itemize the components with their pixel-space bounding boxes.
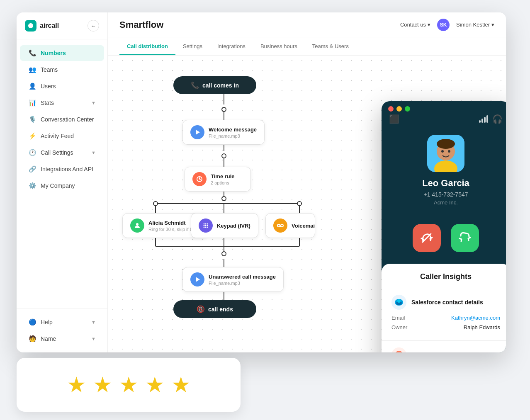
sidebar: aircall ← 📞 Numbers 👥 Teams 👤 Users 📊 St…: [17, 12, 108, 352]
sidebar-item-stats[interactable]: 📊 Stats ▼: [20, 95, 104, 111]
back-button[interactable]: ←: [88, 20, 99, 32]
phone-end-icon: 📵: [197, 305, 205, 313]
node-label: Time rule: [211, 173, 235, 180]
svg-point-27: [204, 227, 205, 228]
star-3[interactable]: ★: [119, 372, 139, 397]
sidebar-item-numbers[interactable]: 📞 Numbers: [20, 45, 104, 61]
sidebar-item-label: Name: [41, 335, 56, 342]
topbar: Smartflow Contact us ▾ SK Simon Kestler …: [108, 12, 506, 37]
expand-icon[interactable]: ⬛: [389, 114, 399, 124]
sidebar-item-label: Users: [41, 83, 56, 90]
caller-company: Acme Inc.: [434, 199, 458, 206]
contact-us-label: Contact us: [400, 22, 426, 28]
phone-icon: 📞: [191, 81, 199, 89]
decline-call-button[interactable]: [413, 224, 441, 252]
star-4[interactable]: ★: [145, 372, 165, 397]
caller-info: Leo Garcia +1 415-732-7547 Acme Inc.: [382, 131, 506, 216]
sidebar-item-users[interactable]: 👤 Users: [20, 78, 104, 94]
connector-dot: [221, 107, 226, 112]
call-settings-icon: 🕐: [28, 149, 36, 156]
svg-point-37: [437, 139, 455, 149]
node-call-comes-in[interactable]: 📞 call comes in: [173, 76, 256, 94]
chevron-down-icon: ▼: [91, 336, 96, 341]
sidebar-item-my-company[interactable]: ⚙️ My Company: [20, 178, 104, 194]
star-2[interactable]: ★: [93, 372, 112, 397]
help-icon: 🔵: [28, 318, 36, 326]
sidebar-logo: aircall ←: [17, 12, 107, 39]
salesforce-icon: [391, 295, 406, 310]
sidebar-item-conversation-center[interactable]: 🎙️ Conversation Center: [20, 112, 104, 127]
node-label: Unanswered call message: [209, 274, 276, 280]
svg-point-22: [205, 223, 207, 225]
signal-icon: [479, 115, 488, 123]
svg-point-23: [207, 223, 208, 225]
traffic-lights: [388, 106, 410, 112]
connector-dot: [221, 196, 226, 201]
caller-phone: +1 415-732-7547: [423, 191, 468, 198]
accept-call-button[interactable]: [451, 224, 479, 252]
star-1[interactable]: ★: [67, 372, 86, 397]
node-label: Voicemail: [292, 223, 315, 229]
teams-icon: 👥: [28, 66, 36, 73]
minimize-button[interactable]: [396, 106, 402, 112]
sidebar-item-label: Activity Feed: [41, 133, 74, 139]
sidebar-item-integrations-api[interactable]: 🔗 Integrations And API: [20, 161, 104, 177]
headset-icon[interactable]: 🎧: [492, 114, 503, 124]
svg-point-25: [205, 225, 207, 226]
node-sublabel: File_name.mp3: [209, 281, 276, 286]
svg-point-26: [207, 225, 208, 226]
sidebar-item-label: Call Settings: [41, 149, 73, 156]
tab-settings[interactable]: Settings: [175, 37, 210, 55]
svg-line-19: [199, 179, 201, 180]
hubspot-label: HubSpot contact details: [411, 352, 478, 352]
sidebar-item-teams[interactable]: 👥 Teams: [20, 62, 104, 78]
sidebar-item-activity-feed[interactable]: ⚡ Activity Feed: [20, 128, 104, 144]
avatar: SK: [437, 19, 450, 31]
user-name-button[interactable]: Simon Kestler ▾: [456, 22, 494, 28]
node-call-ends[interactable]: 📵 call ends: [173, 300, 256, 318]
sidebar-item-name[interactable]: 🧑 Name ▼: [20, 331, 104, 347]
chevron-down-icon: ▼: [91, 150, 96, 155]
tabs: Call distribution Settings Integrations …: [108, 37, 506, 56]
email-value[interactable]: Kathryn@acme.com: [451, 315, 500, 321]
sidebar-item-label: Stats: [41, 100, 54, 106]
hubspot-icon: [391, 347, 406, 352]
contact-us-button[interactable]: Contact us ▾: [400, 22, 430, 28]
keypad-icon: [199, 218, 213, 233]
tab-business-hours[interactable]: Business hours: [253, 37, 305, 55]
node-time-rule[interactable]: Time rule 2 options: [185, 167, 251, 192]
conversation-icon: 🎙️: [28, 116, 36, 123]
phone-popup: ⬛ 🎧: [382, 101, 506, 352]
email-label: Email: [391, 315, 405, 321]
owner-row: Owner Ralph Edwards: [391, 324, 500, 330]
users-icon: 👤: [28, 83, 36, 90]
star-5[interactable]: ★: [171, 372, 191, 397]
agent-icon: [130, 218, 144, 233]
connector-dot: [297, 201, 302, 206]
call-actions: [382, 216, 506, 264]
avatar: [427, 135, 464, 172]
play-icon: [190, 272, 204, 286]
node-unanswered-call-message[interactable]: Unanswered call message File_name.mp3: [182, 267, 284, 292]
tab-teams-users[interactable]: Teams & Users: [305, 37, 356, 55]
sidebar-item-help[interactable]: 🔵 Help ▼: [20, 314, 104, 330]
maximize-button[interactable]: [405, 106, 410, 112]
chevron-down-icon: ▼: [91, 320, 96, 325]
salesforce-section: Salesforce contact details Email Kathryn…: [382, 288, 506, 341]
sidebar-item-call-settings[interactable]: 🕐 Call Settings ▼: [20, 145, 104, 160]
node-label: call ends: [208, 306, 233, 313]
svg-point-29: [207, 227, 208, 228]
svg-point-43: [397, 299, 401, 303]
svg-point-20: [136, 223, 139, 226]
chevron-down-icon: ▾: [428, 22, 430, 28]
node-welcome-message[interactable]: Welcome message File_name.mp3: [182, 120, 265, 145]
insights-title: Caller Insights: [382, 264, 506, 288]
node-keypad-ivr[interactable]: Keypad (IVR): [191, 213, 258, 238]
caller-insights-panel: Caller Insights Salesforce contact detai…: [382, 264, 506, 352]
aircall-logo-icon: [25, 20, 36, 32]
node-voicemail[interactable]: Voicemail: [265, 213, 315, 238]
svg-marker-16: [196, 130, 200, 135]
tab-integrations[interactable]: Integrations: [210, 37, 253, 55]
close-button[interactable]: [388, 106, 394, 112]
tab-call-distribution[interactable]: Call distribution: [119, 37, 175, 55]
